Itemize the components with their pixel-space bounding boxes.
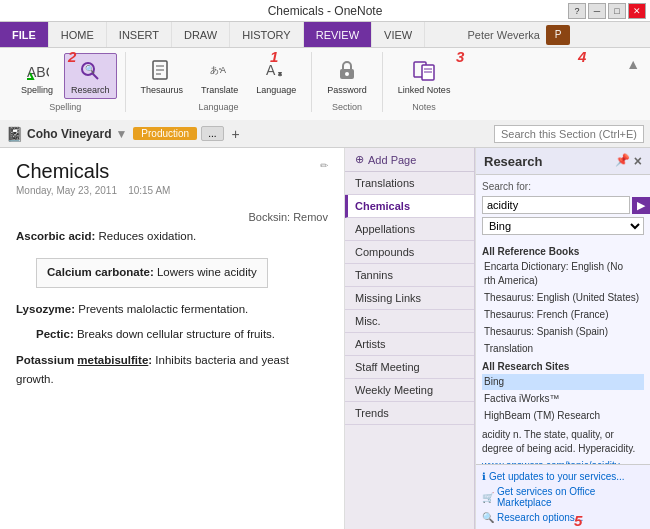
page-item-missing-links[interactable]: Missing Links (345, 287, 474, 310)
spelling-button[interactable]: ABC Spelling (14, 53, 60, 100)
edit-icon[interactable]: ✏ (320, 160, 328, 171)
note-date: Monday, May 23, 2011 10:15 AM (16, 185, 170, 196)
result-factiva[interactable]: Factiva iWorks™ (482, 391, 644, 407)
research-input-row: ▶ (482, 196, 644, 214)
result-highbeam[interactable]: HighBeam (TM) Research (482, 408, 644, 424)
research-header-icons: 📌 × (615, 153, 642, 169)
section-badge[interactable]: Production (133, 127, 197, 140)
minimize-button[interactable]: ─ (588, 3, 606, 19)
research-go-button[interactable]: ▶ (632, 197, 650, 214)
window-controls: ? ─ □ ✕ (568, 3, 646, 19)
result-acidity-desc: acidity n. The state, quality, or degree… (482, 428, 644, 464)
calcium-box: Calcium carbonate: Lowers wine acidity (36, 258, 268, 288)
footer-marketplace-link[interactable]: 🛒 Get services on Office Marketplace (482, 484, 644, 510)
ribbon-group-notes: Linked Notes Notes (383, 52, 466, 112)
restore-button[interactable]: □ (608, 3, 626, 19)
close-research-button[interactable]: × (634, 153, 642, 169)
result-encarta[interactable]: Encarta Dictionary: English (North Ameri… (482, 259, 644, 289)
metabisulfite-underline: metabisulfite (77, 354, 148, 366)
spelling-buttons: ABC Spelling 🔍 Research (14, 52, 117, 100)
section-buttons: Password (320, 52, 374, 100)
tab-home[interactable]: HOME (49, 22, 107, 47)
result-thesaurus-es[interactable]: Thesaurus: Spanish (Spain) (482, 324, 644, 340)
research-results: All Reference Books Encarta Dictionary: … (476, 238, 650, 464)
page-item-tannins[interactable]: Tannins (345, 264, 474, 287)
page-item-weekly-meeting[interactable]: Weekly Meeting (345, 379, 474, 402)
user-display: Peter Weverka P (467, 22, 650, 47)
research-button[interactable]: 🔍 Research (64, 53, 117, 100)
svg-point-15 (345, 72, 349, 76)
note-item-pectic: Pectic: Breaks down cellular structure o… (36, 325, 328, 345)
search-input[interactable] (494, 125, 644, 143)
marketplace-icon: 🛒 (482, 492, 494, 503)
ribbon-group-section: Password Section (312, 52, 383, 112)
password-button[interactable]: Password (320, 53, 374, 100)
ribbon-tabs: FILE HOME INSERT DRAW HISTORY REVIEW VIE… (0, 22, 650, 48)
section-all-research-sites: All Research Sites (482, 361, 644, 372)
search-box (494, 125, 644, 143)
note-item-lysozyme: Lysozyme: Prevents malolactic fermentati… (16, 300, 328, 320)
page-item-translations[interactable]: Translations (345, 172, 474, 195)
footer-updates-link[interactable]: ℹ Get updates to your services... (482, 469, 644, 484)
notebook-toolbar: 📓 Coho Vineyard ▼ Production ... + (0, 120, 650, 148)
section-all-reference-books: All Reference Books (482, 246, 644, 257)
note-title: Chemicals (16, 160, 170, 183)
tab-draw[interactable]: DRAW (172, 22, 230, 47)
thesaurus-icon (148, 57, 176, 85)
language-button[interactable]: A Language (249, 53, 303, 100)
notes-buttons: Linked Notes (391, 52, 458, 100)
bocksin-note: Bocksin: Remov (16, 208, 328, 227)
tab-insert[interactable]: INSERT (107, 22, 172, 47)
page-item-artists[interactable]: Artists (345, 333, 474, 356)
svg-text:ABC: ABC (27, 64, 49, 80)
page-item-staff-meeting[interactable]: Staff Meeting (345, 356, 474, 379)
thesaurus-button[interactable]: Thesaurus (134, 53, 191, 100)
pin-icon[interactable]: 📌 (615, 153, 630, 169)
result-bing[interactable]: Bing (482, 374, 644, 390)
page-item-appellations[interactable]: Appellations (345, 218, 474, 241)
research-source-select[interactable]: Bing All Reference Books All Research Si… (482, 217, 644, 235)
more-sections-button[interactable]: ... (201, 126, 223, 141)
password-icon (333, 57, 361, 85)
research-footer: ℹ Get updates to your services... 🛒 Get … (476, 464, 650, 529)
content-area: Chemicals Monday, May 23, 2011 10:15 AM … (0, 148, 650, 529)
note-body: Bocksin: Remov Ascorbic acid: Reduces ox… (16, 208, 328, 390)
options-icon: 🔍 (482, 512, 494, 523)
page-item-trends[interactable]: Trends (345, 402, 474, 425)
ribbon-group-spelling: ABC Spelling 🔍 Research Spelling (6, 52, 126, 112)
page-item-compounds[interactable]: Compounds (345, 241, 474, 264)
page-item-chemicals[interactable]: Chemicals (345, 195, 474, 218)
close-button[interactable]: ✕ (628, 3, 646, 19)
research-icon: 🔍 (76, 57, 104, 85)
spelling-icon: ABC (23, 57, 51, 85)
svg-text:A: A (266, 62, 276, 78)
research-panel: Research 📌 × Search for: ▶ Bing All Refe… (475, 148, 650, 529)
add-page-icon: ⊕ (355, 153, 364, 166)
tab-history[interactable]: HISTORY (230, 22, 304, 47)
ribbon-collapse-button[interactable]: ▲ (622, 52, 644, 76)
language-icon: A (262, 57, 290, 85)
notebook-name-display[interactable]: Coho Vineyard ▼ (27, 127, 127, 141)
footer-options-link[interactable]: 🔍 Research options... (482, 510, 644, 525)
note-page: Chemicals Monday, May 23, 2011 10:15 AM … (0, 148, 345, 529)
ribbon-content: ABC Spelling 🔍 Research Spelling (0, 48, 650, 120)
research-search-input[interactable] (482, 196, 630, 214)
translate-button[interactable]: あA Translate (194, 53, 245, 100)
language-buttons: Thesaurus あA Translate A Language (134, 52, 304, 100)
note-item-potassium: Potassium metabisulfite: Inhibits bacter… (16, 351, 328, 390)
linked-notes-icon (410, 57, 438, 85)
result-translation[interactable]: Translation (482, 341, 644, 357)
result-thesaurus-fr[interactable]: Thesaurus: French (France) (482, 307, 644, 323)
result-thesaurus-us[interactable]: Thesaurus: English (United States) (482, 290, 644, 306)
note-item-calcium: Calcium carbonate: Lowers wine acidity (16, 252, 328, 294)
tab-review[interactable]: REVIEW (304, 22, 372, 47)
info-icon: ℹ (482, 471, 486, 482)
page-item-misc[interactable]: Misc. (345, 310, 474, 333)
add-section-button[interactable]: + (232, 126, 240, 142)
help-button[interactable]: ? (568, 3, 586, 19)
window-title: Chemicals - OneNote (268, 4, 383, 18)
tab-file[interactable]: FILE (0, 22, 49, 47)
tab-view[interactable]: VIEW (372, 22, 425, 47)
add-page-button[interactable]: ⊕ Add Page (345, 148, 474, 172)
linked-notes-button[interactable]: Linked Notes (391, 53, 458, 100)
